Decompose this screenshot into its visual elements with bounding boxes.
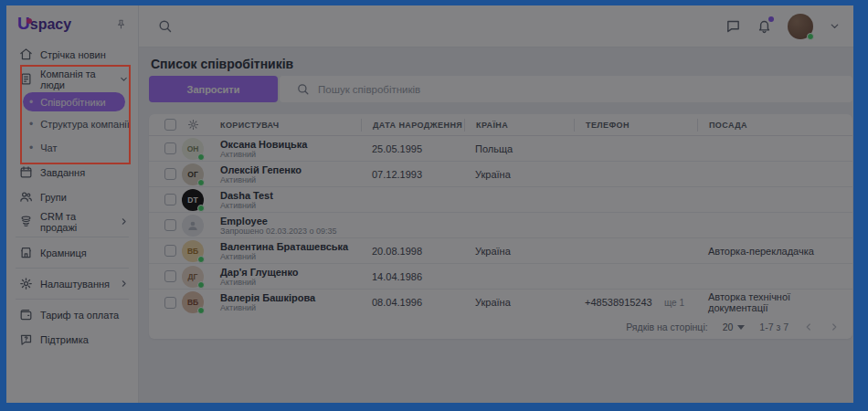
sidebar-item-label: Завдання: [40, 167, 85, 178]
chevron-down-icon[interactable]: [119, 74, 129, 84]
bullet-icon: •: [29, 119, 33, 130]
sidebar-subitem-chat[interactable]: • Чат: [6, 136, 138, 160]
employee-name[interactable]: Оксана Новицька: [220, 139, 361, 150]
sidebar-divider: [16, 268, 129, 269]
avatar: DT: [182, 189, 204, 211]
pagination-range: 1-7 з 7: [759, 321, 789, 332]
country-cell: Україна: [464, 297, 574, 308]
uspacy-logo[interactable]: U spacy: [17, 14, 71, 34]
sidebar-item-tariff-payment[interactable]: Тариф та оплата: [6, 302, 138, 327]
sidebar-item-groups[interactable]: Групи: [6, 184, 138, 209]
country-cell: Україна: [464, 246, 574, 257]
chevron-right-icon[interactable]: [119, 216, 129, 227]
row-checkbox[interactable]: [164, 142, 176, 154]
crm-funnel-icon: [19, 215, 33, 228]
caret-down-icon: [737, 325, 745, 330]
online-status-dot: [197, 307, 205, 314]
table-row[interactable]: EmployeeЗапрошено 02.03.2023 о 09:35: [149, 213, 852, 238]
logo-text: spacy: [30, 16, 71, 33]
row-checkbox[interactable]: [164, 194, 176, 206]
sidebar-subitem-company-structure[interactable]: • Структура компанії: [6, 112, 138, 136]
chevron-right-icon[interactable]: [119, 279, 129, 289]
logo-u-glyph: U: [17, 14, 29, 34]
logo-dot: [26, 18, 32, 24]
notifications-bell-icon[interactable]: [757, 18, 772, 34]
row-checkbox[interactable]: [164, 168, 176, 180]
user-avatar[interactable]: [788, 14, 813, 39]
pin-sidebar-icon[interactable]: [115, 18, 127, 30]
sidebar-item-settings[interactable]: Налаштування: [6, 271, 138, 296]
user-menu-chevron-icon[interactable]: [829, 20, 841, 32]
online-status-dot: [197, 256, 205, 263]
storefront-icon: [19, 246, 33, 259]
sidebar-subitem-label: Структура компанії: [40, 119, 130, 130]
gear-icon: [19, 277, 33, 290]
main-content: Список співробітників Запросити КОРИСТУВ…: [139, 47, 853, 403]
table-pagination: Рядків на сторінці: 20 1-7 з 7: [149, 315, 852, 339]
row-checkbox[interactable]: [164, 297, 176, 309]
employee-name[interactable]: Валентина Браташевська: [220, 241, 361, 252]
sidebar-item-crm-sales[interactable]: CRM та продажі: [6, 209, 138, 234]
table-row[interactable]: ОН Оксана НовицькаАктивний 25.05.1995 По…: [149, 136, 852, 162]
country-cell: Україна: [464, 169, 574, 180]
employee-status: Запрошено 02.03.2023 о 09:35: [220, 227, 361, 236]
column-header-phone[interactable]: ТЕЛЕФОН: [574, 119, 697, 132]
avatar: ВБ: [182, 291, 204, 313]
sidebar-item-company-people[interactable]: Компанія та люди: [6, 67, 138, 91]
sidebar-item-label: CRM та продажі: [40, 211, 111, 233]
table-row[interactable]: ВБ Валерія БашкіроваАктивний 08.04.1996 …: [149, 290, 852, 315]
avatar: ОН: [182, 138, 204, 160]
more-phones-link[interactable]: ще 1: [664, 298, 684, 308]
employee-status: Активний: [220, 303, 361, 312]
table-row[interactable]: ВБ Валентина БраташевськаАктивний 20.08.…: [149, 238, 852, 264]
employee-status: Активний: [220, 252, 361, 261]
next-page-icon[interactable]: [829, 321, 840, 332]
column-header-user[interactable]: КОРИСТУВАЧ: [209, 121, 361, 130]
row-checkbox[interactable]: [164, 245, 176, 257]
sidebar-item-shop[interactable]: Крамниця: [6, 240, 138, 265]
select-all-checkbox[interactable]: [164, 119, 176, 131]
sidebar-item-label: Крамниця: [40, 248, 87, 258]
messages-icon[interactable]: [725, 18, 741, 34]
online-status-dot: [197, 153, 205, 161]
employees-table: КОРИСТУВАЧ ДАТА НАРОДЖЕННЯ КРАЇНА ТЕЛЕФО…: [149, 114, 852, 339]
table-settings-gear-icon[interactable]: [187, 119, 199, 131]
employee-name[interactable]: Валерія Башкірова: [220, 292, 361, 303]
table-row[interactable]: DT Dasha TestАктивний: [149, 187, 852, 213]
avatar: ОГ: [182, 163, 204, 185]
uspacy-app: U spacy Стрічка новин Компанія та люди: [6, 5, 853, 403]
sidebar-nav: Стрічка новин Компанія та люди • Співроб…: [6, 42, 138, 352]
column-header-birthdate[interactable]: ДАТА НАРОДЖЕННЯ: [361, 119, 464, 132]
employee-name[interactable]: Dasha Test: [220, 190, 361, 201]
rows-per-page-select[interactable]: 20: [723, 321, 746, 332]
avatar-placeholder: [182, 215, 204, 237]
employee-status: Активний: [220, 150, 361, 159]
employee-name[interactable]: Employee: [220, 216, 361, 227]
row-checkbox[interactable]: [164, 270, 176, 282]
calendar-icon: [19, 165, 33, 179]
invite-button[interactable]: Запросити: [149, 76, 278, 102]
sidebar-item-tasks[interactable]: Завдання: [6, 160, 138, 184]
page-title: Список співробітників: [151, 57, 293, 71]
global-search-icon[interactable]: [157, 18, 173, 34]
wallet-icon: [19, 308, 33, 321]
employee-name[interactable]: Дар'я Глущенко: [220, 267, 361, 278]
avatar: ВБ: [182, 240, 204, 262]
position-cell: Авторка-перекладачка: [697, 246, 852, 257]
support-bubble-icon: [19, 332, 33, 346]
column-header-country[interactable]: КРАЇНА: [464, 119, 574, 132]
sidebar-item-support[interactable]: Підтримка: [6, 327, 138, 352]
row-checkbox[interactable]: [164, 219, 176, 231]
employee-name[interactable]: Олексій Гепенко: [220, 164, 361, 175]
column-header-position[interactable]: ПОСАДА: [697, 119, 852, 132]
employee-status: Активний: [220, 175, 361, 184]
sidebar-item-label: Підтримка: [40, 334, 89, 345]
sidebar-subitem-employees[interactable]: • Співробітники: [23, 92, 125, 111]
table-row[interactable]: ОГ Олексій ГепенкоАктивний 07.12.1993 Ук…: [149, 162, 852, 187]
search-input[interactable]: [318, 84, 819, 95]
previous-page-icon[interactable]: [803, 321, 814, 332]
sidebar-item-news-feed[interactable]: Стрічка новин: [6, 42, 138, 67]
table-row[interactable]: ДГ Дар'я ГлущенкоАктивний 14.04.1986: [149, 264, 852, 290]
sidebar-item-label: Групи: [40, 192, 67, 203]
employee-search[interactable]: [280, 76, 852, 102]
